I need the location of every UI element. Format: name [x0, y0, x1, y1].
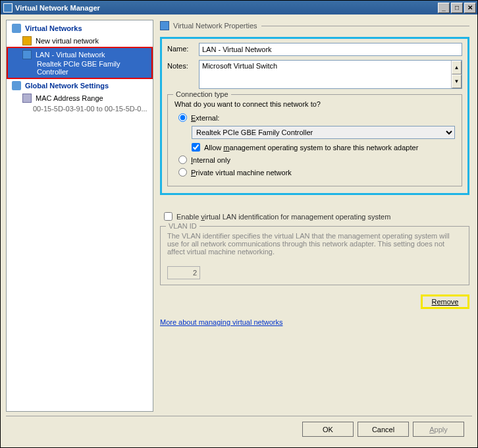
remove-row: Remove [160, 294, 469, 309]
notes-scrollbar[interactable]: ▲ ▼ [451, 61, 462, 88]
radio-private[interactable]: Private virtual machine network [174, 168, 455, 177]
properties-icon [160, 21, 169, 30]
maximize-button[interactable]: □ [451, 3, 463, 13]
radio-private-label: Private virtual machine network [191, 169, 292, 177]
radio-internal-input[interactable] [178, 155, 187, 164]
connection-question: What do you want to connect this network… [174, 100, 455, 108]
titlebar[interactable]: Virtual Network Manager _ □ ✕ [1, 1, 477, 14]
ok-button[interactable]: OK [302, 422, 354, 437]
mac-range-value: 00-15-5D-03-91-00 to 00-15-5D-0... [7, 104, 153, 113]
app-icon [3, 3, 13, 13]
connection-type-fieldset: Connection type What do you want to conn… [167, 94, 462, 186]
name-label: Name: [167, 43, 194, 53]
adapter-select[interactable]: Realtek PCIe GBE Family Controller [192, 126, 455, 139]
new-network-icon [22, 36, 32, 45]
window-frame: Virtual Network Manager _ □ ✕ Virtual Ne… [0, 0, 478, 448]
minimize-button[interactable]: _ [438, 3, 450, 13]
allow-mgmt-row[interactable]: Allow management operating system to sha… [174, 143, 455, 152]
radio-private-input[interactable] [178, 168, 187, 177]
cancel-button[interactable]: Cancel [358, 422, 409, 437]
scroll-up-icon[interactable]: ▲ [452, 61, 462, 74]
connection-type-legend: Connection type [173, 90, 231, 98]
sidebar-item-mac-range[interactable]: MAC Address Range [7, 92, 153, 104]
vlan-section: Enable virtual LAN identification for ma… [160, 208, 469, 285]
apply-button[interactable]: Apply [413, 422, 464, 437]
new-network-label: New virtual network [36, 37, 99, 45]
notes-area: Microsoft Virtual Switch ▲ ▼ [199, 60, 462, 89]
vlan-enable-label: Enable virtual LAN identification for ma… [176, 213, 390, 221]
dialog-footer: OK Cancel Apply [6, 416, 472, 442]
notes-input[interactable]: Microsoft Virtual Switch [199, 61, 451, 88]
section-icon [12, 24, 21, 33]
properties-highlight: Name: Notes: Microsoft Virtual Switch ▲ … [160, 37, 469, 195]
section-label: Global Network Settings [25, 82, 109, 90]
radio-external-input[interactable] [178, 113, 187, 122]
vlan-id-fieldset: VLAN ID The VLAN identifier specifies th… [160, 226, 469, 285]
more-info-link[interactable]: More about managing virtual networks [160, 318, 469, 326]
content-panel: Virtual Network Properties Name: Notes: … [157, 20, 472, 412]
mac-label: MAC Address Range [36, 94, 103, 102]
notes-label: Notes: [167, 60, 194, 70]
window-body: Virtual Networks New virtual network LAN… [1, 14, 477, 447]
remove-button[interactable]: Remove [421, 294, 469, 309]
name-row: Name: [167, 43, 462, 56]
section-icon [12, 81, 21, 90]
sidebar: Virtual Networks New virtual network LAN… [6, 20, 153, 412]
network-adapter-sub: Realtek PCIe GBE Family Controller [22, 60, 147, 76]
adapter-select-wrap: Realtek PCIe GBE Family Controller [192, 126, 455, 139]
main-row: Virtual Networks New virtual network LAN… [6, 20, 472, 412]
section-title-text: Virtual Network Properties [173, 22, 257, 30]
sidebar-item-new-network[interactable]: New virtual network [7, 35, 153, 47]
vlan-desc: The VLAN identifier specifies the virtua… [167, 232, 462, 256]
allow-mgmt-checkbox[interactable] [192, 143, 200, 152]
allow-mgmt-label: Allow management operating system to sha… [204, 144, 418, 152]
sidebar-section-global-settings: Global Network Settings [7, 79, 153, 92]
vlan-enable-checkbox[interactable] [164, 212, 173, 221]
radio-external-label: EExternal:xternal: [191, 114, 219, 122]
notes-row: Notes: Microsoft Virtual Switch ▲ ▼ [167, 60, 462, 89]
radio-internal-label: Internal only [191, 156, 230, 164]
vlan-enable-row[interactable]: Enable virtual LAN identification for ma… [160, 212, 469, 221]
scroll-down-icon[interactable]: ▼ [452, 74, 462, 88]
window-title: Virtual Network Manager [15, 4, 437, 12]
sidebar-section-virtual-networks: Virtual Networks [7, 22, 153, 35]
radio-external[interactable]: EExternal:xternal: [174, 113, 455, 122]
network-name: LAN - Virtual Network [36, 51, 105, 59]
vlan-id-input [167, 266, 200, 279]
section-label: Virtual Networks [25, 24, 82, 32]
network-icon [22, 50, 32, 59]
vlan-legend: VLAN ID [166, 222, 199, 230]
name-input[interactable] [199, 43, 462, 56]
mac-icon [22, 94, 32, 103]
divider [261, 26, 469, 26]
close-button[interactable]: ✕ [464, 3, 476, 13]
radio-internal[interactable]: Internal only [174, 155, 455, 164]
section-title: Virtual Network Properties [160, 21, 469, 30]
sidebar-item-lan-network[interactable]: LAN - Virtual Network Realtek PCIe GBE F… [7, 47, 153, 79]
